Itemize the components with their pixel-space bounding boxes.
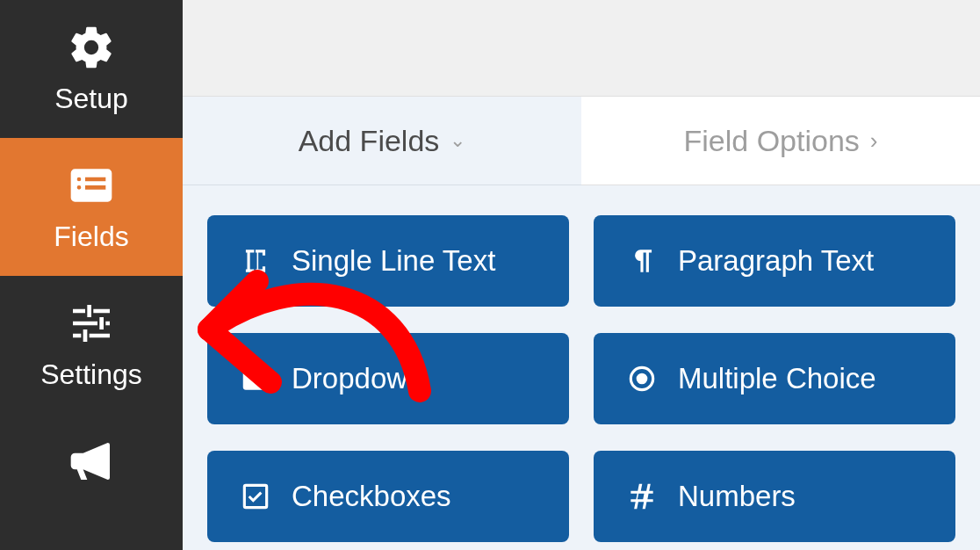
sidebar-item-label: Fields	[54, 221, 128, 253]
fields-panel: Single Line Text Paragraph Text Dropdown…	[183, 185, 980, 550]
sidebar-item-label: Setup	[54, 83, 128, 115]
tab-field-options[interactable]: Field Options ›	[581, 97, 980, 185]
field-label: Multiple Choice	[678, 362, 876, 395]
dropdown-icon	[239, 362, 272, 395]
sidebar-item-setup[interactable]: Setup	[0, 0, 183, 138]
field-numbers[interactable]: Numbers	[594, 451, 955, 542]
main: Add Fields ⌄ Field Options › Single Line…	[183, 0, 980, 550]
tab-add-fields[interactable]: Add Fields ⌄	[183, 97, 581, 185]
field-single-line-text[interactable]: Single Line Text	[207, 215, 569, 307]
sidebar-item-label: Settings	[40, 358, 142, 391]
sidebar-item-fields[interactable]: Fields	[0, 138, 183, 276]
field-label: Single Line Text	[292, 244, 495, 278]
tabs: Add Fields ⌄ Field Options ›	[183, 97, 980, 185]
sidebar-item-marketing[interactable]	[0, 414, 183, 495]
field-label: Dropdown	[292, 362, 423, 395]
tab-label: Add Fields	[299, 124, 440, 158]
gear-icon	[60, 23, 123, 72]
sidebar: Setup Fields Settings	[0, 0, 183, 550]
tab-label: Field Options	[684, 124, 860, 158]
sidebar-item-settings[interactable]: Settings	[0, 276, 183, 414]
pilcrow-icon	[625, 244, 659, 278]
fields-grid: Single Line Text Paragraph Text Dropdown…	[207, 215, 955, 542]
chevron-right-icon: ›	[870, 127, 878, 155]
field-checkboxes[interactable]: Checkboxes	[207, 451, 569, 542]
field-label: Numbers	[678, 480, 796, 513]
field-dropdown[interactable]: Dropdown	[207, 333, 569, 424]
megaphone-icon	[60, 437, 123, 486]
checkbox-icon	[239, 480, 272, 513]
field-label: Paragraph Text	[678, 244, 874, 278]
hash-icon	[625, 480, 659, 513]
text-cursor-icon	[239, 244, 272, 278]
sliders-icon	[60, 299, 123, 348]
radio-icon	[625, 362, 659, 395]
chevron-down-icon: ⌄	[450, 129, 465, 152]
field-label: Checkboxes	[292, 480, 451, 513]
topbar	[183, 0, 980, 97]
list-icon	[60, 161, 123, 210]
field-multiple-choice[interactable]: Multiple Choice	[594, 333, 955, 424]
field-paragraph-text[interactable]: Paragraph Text	[594, 215, 955, 307]
